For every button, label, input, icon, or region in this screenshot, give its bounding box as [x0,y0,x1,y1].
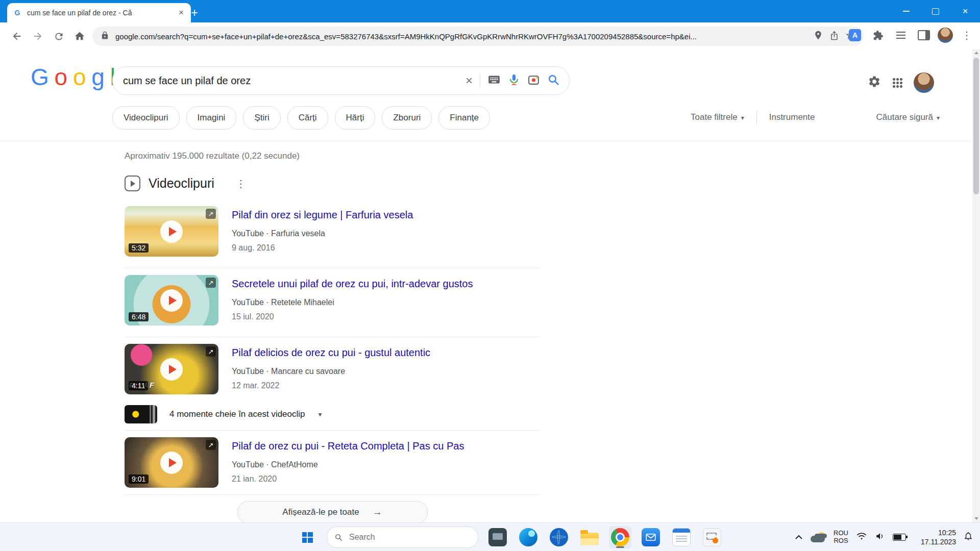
expand-icon[interactable]: ↗ [206,278,216,288]
window-maximize-button[interactable] [921,0,950,22]
weather-icon[interactable] [811,532,826,542]
search-magnifier-icon[interactable] [547,73,560,88]
edge-app-icon[interactable] [517,526,540,548]
video-info: Pilaf din orez si legume | Farfuria vese… [232,206,413,257]
key-moments-row[interactable]: 4 momente cheie în acest videoclip ▾ [125,405,540,423]
reading-list-icon[interactable] [892,26,910,44]
voice-search-mic-icon[interactable] [508,73,520,88]
video-date: 9 aug. 2016 [232,243,413,253]
language-indicator[interactable]: ROU ROS [834,530,848,545]
video-date: 21 ian. 2020 [232,474,464,484]
chrome-app-icon[interactable] [609,526,631,548]
chip-zboruri[interactable]: Zboruri [382,106,432,130]
mail-app-icon[interactable] [640,526,662,548]
tools-link[interactable]: Instrumente [769,112,815,122]
google-lens-icon[interactable] [527,73,540,88]
document-app-icon[interactable] [670,526,693,548]
video-results-list: ↗ 5:32 Pilaf din orez si legume | Farfur… [125,206,540,522]
header-divider [0,141,972,141]
home-button[interactable] [70,27,89,46]
translate-icon[interactable]: A [846,26,864,44]
chip-stiri[interactable]: Știri [243,106,280,130]
google-profile-avatar[interactable] [914,72,934,93]
taskbar-clock[interactable]: 10:25 17.11.2023 [921,528,956,546]
new-tab-button[interactable]: + [187,5,202,20]
scroll-down-button[interactable] [972,515,980,522]
wifi-icon[interactable] [856,532,867,543]
video-duration-badge: 4:11 [129,381,148,390]
system-tray: ROU ROS 10:25 17.11.2023 [795,523,973,551]
chip-finante[interactable]: Finanțe [438,106,490,130]
window-minimize-button[interactable] [891,0,921,22]
video-byline: YouTube · Farfuria vesela [232,229,413,238]
page-scrollbar[interactable] [972,49,980,522]
window-close-button[interactable]: × [950,0,980,22]
taskbar-search-input[interactable] [348,532,442,542]
show-all-videos-button[interactable]: Afișează-le pe toate → [237,501,428,522]
side-panel-icon[interactable] [915,26,933,44]
play-icon[interactable] [160,452,183,474]
video-title-link[interactable]: Pilaf delicios de orez cu pui - gustul a… [232,347,430,359]
file-explorer-icon[interactable] [578,526,601,548]
language-line1: ROU [834,530,848,537]
video-thumbnail[interactable]: ↗ 9:01 [125,437,218,488]
play-icon[interactable] [160,220,183,243]
snipping-tool-icon[interactable] [701,526,723,548]
section-more-icon[interactable]: ⋮ [236,178,246,190]
notifications-bell-icon[interactable] [964,531,973,543]
video-byline: YouTube · Mancare cu savoare [232,367,430,376]
chip-carti[interactable]: Cărți [287,106,328,130]
key-moments-thumbnail[interactable] [125,405,157,423]
all-filters-link[interactable]: Toate filtrele▾ [691,112,744,122]
browser-profile-avatar[interactable] [938,28,953,43]
play-icon[interactable] [160,358,183,381]
chevron-down-icon[interactable]: ▾ [318,410,322,418]
video-title-link[interactable]: Secretele unui pilaf de orez cu pui, int… [232,278,473,290]
video-result: ↗ 6:48 Secretele unui pilaf de orez cu p… [125,275,540,337]
keyboard-icon[interactable] [487,73,501,88]
start-button[interactable] [296,526,318,548]
desktop-app-icon[interactable] [486,526,509,548]
battery-icon[interactable] [893,534,906,541]
screen: G cum se face un pilaf de orez - Că × + … [0,0,980,551]
address-bar[interactable]: google.com/search?q=cum+se+face+un+pilaf… [92,27,864,46]
google-apps-grid-icon[interactable] [892,78,902,88]
chip-videoclipuri[interactable]: Videoclipuri [112,106,180,130]
chip-harti[interactable]: Hărți [335,106,376,130]
expand-icon[interactable]: ↗ [206,209,216,219]
share-icon[interactable] [829,31,839,42]
windows-taskbar: ROU ROS 10:25 17.11.2023 [0,522,980,551]
lock-icon[interactable] [101,31,109,42]
video-result: ↗ PILAF 4:11 Pilaf delicios de orez cu p… [125,344,540,431]
settings-gear-icon[interactable] [868,75,881,90]
extensions-puzzle-icon[interactable] [869,26,887,44]
reload-button[interactable] [49,27,68,46]
safe-search-link[interactable]: Căutare sigură▾ [876,112,940,122]
browser-menu-icon[interactable]: ⋮ [958,26,976,44]
video-duration-badge: 6:48 [129,312,149,321]
forward-button[interactable] [28,27,47,46]
play-icon[interactable] [160,289,183,312]
scrollbar-thumb[interactable] [973,58,979,194]
tab-close-icon[interactable]: × [177,8,186,18]
expand-icon[interactable]: ↗ [206,440,216,450]
clear-search-icon[interactable]: × [465,73,473,88]
globe-app-icon[interactable] [548,526,570,548]
video-thumbnail[interactable]: ↗ PILAF 4:11 [125,344,218,394]
search-input[interactable] [122,74,458,87]
video-title-link[interactable]: Pilaf din orez si legume | Farfuria vese… [232,209,413,221]
video-thumbnail[interactable]: ↗ 6:48 [125,275,218,325]
expand-icon[interactable]: ↗ [206,346,216,357]
taskbar-search[interactable] [327,527,478,548]
location-pin-icon[interactable] [813,30,823,42]
tray-chevron-up-icon[interactable] [795,533,803,542]
logo-letter: o [55,64,67,90]
volume-icon[interactable] [875,532,885,543]
search-box[interactable]: × [112,66,570,95]
chip-imagini[interactable]: Imagini [186,106,237,130]
browser-tab[interactable]: G cum se face un pilaf de orez - Că × [7,3,191,22]
video-title-link[interactable]: Pilaf de orez cu pui - Reteta Completa |… [232,440,464,452]
back-button[interactable] [7,27,27,46]
scroll-up-button[interactable] [972,49,980,57]
video-thumbnail[interactable]: ↗ 5:32 [125,206,218,257]
